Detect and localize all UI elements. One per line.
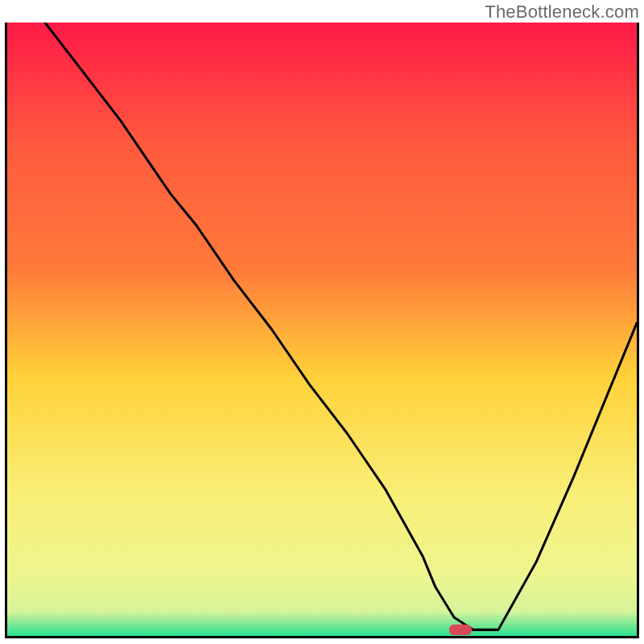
chart-plot-area [5,23,639,638]
optimal-point-marker [449,625,472,635]
chart-background-gradient [7,23,637,636]
chart-svg [7,23,637,636]
watermark-text: TheBottleneck.com [485,2,639,23]
